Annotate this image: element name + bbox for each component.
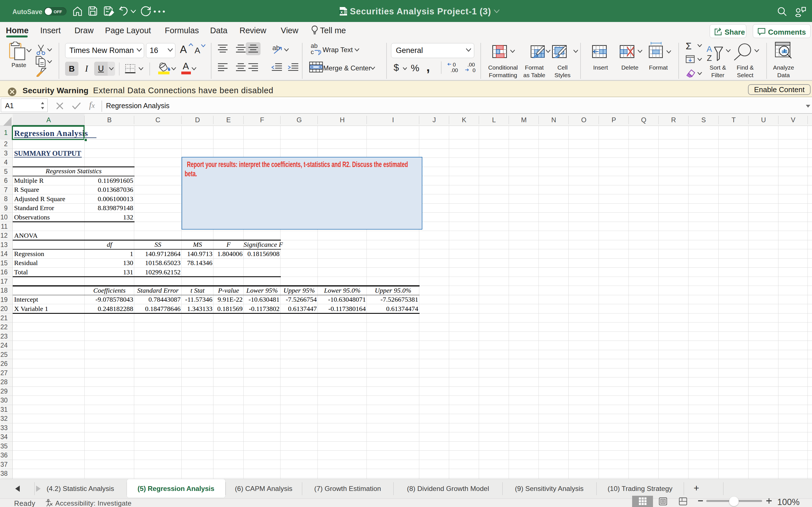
svg-text:ab: ab [272,44,280,52]
svg-text:0: 0 [453,62,456,68]
svg-text:c: c [311,48,314,55]
svg-text:0: 0 [472,67,476,73]
svg-text:.00: .00 [467,62,475,68]
svg-text:Z: Z [707,54,712,61]
svg-text:A: A [707,45,712,54]
svg-text:X: X [340,10,343,14]
svg-text:.00: .00 [451,67,458,73]
